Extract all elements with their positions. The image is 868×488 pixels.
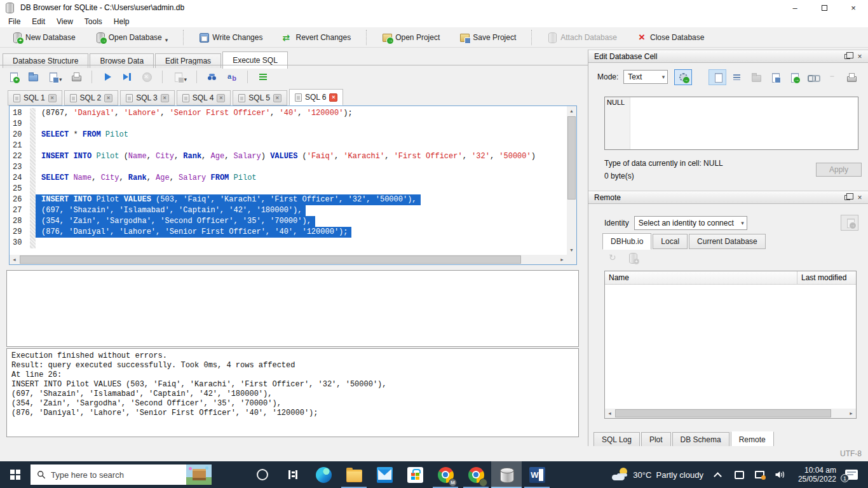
sql-tab-sql-4[interactable]: SQL 4×	[177, 90, 231, 105]
scroll-right-icon[interactable]: ►	[846, 409, 856, 418]
horizontal-scroll-thumb[interactable]	[20, 255, 521, 264]
column-last-modified[interactable]: Last modified	[797, 271, 850, 284]
close-tab-icon[interactable]: ×	[161, 94, 169, 102]
display-notification-icon[interactable]	[752, 471, 768, 478]
search-highlight-image[interactable]	[186, 464, 212, 485]
execute-current-line-button[interactable]	[121, 71, 133, 83]
editor-line[interactable]: 30	[10, 238, 566, 248]
weather-icon[interactable]	[611, 467, 629, 482]
vertical-scroll-thumb[interactable]	[567, 116, 576, 200]
editor-line[interactable]: 24SELECT Name, City, Rank, Age, Salary F…	[10, 173, 566, 184]
dock-tab-sql-log[interactable]: SQL Log	[593, 432, 640, 447]
sql-tab-sql-3[interactable]: SQL 3×	[120, 90, 175, 105]
start-button[interactable]	[0, 461, 31, 488]
identity-select[interactable]: Select an identity to connect▾	[634, 216, 747, 230]
editor-line[interactable]: 28(354, 'Zain', 'Sargodha', 'Second Offi…	[10, 216, 566, 227]
sql-tab-sql-2[interactable]: SQL 2×	[64, 90, 119, 105]
menu-view[interactable]: View	[51, 16, 79, 27]
replace-button[interactable]	[226, 71, 238, 83]
sql-editor-lines[interactable]: 18(8767, 'Daniyal', 'Lahore', 'Senior Fi…	[10, 107, 566, 254]
save-sql-file-button[interactable]: ▾	[47, 71, 62, 83]
editor-line[interactable]: 21	[10, 140, 566, 151]
save-as-button[interactable]	[766, 69, 783, 85]
write-changes-button[interactable]: Write Changes	[194, 30, 266, 45]
menu-tools[interactable]: Tools	[79, 16, 108, 27]
remote-tab-local[interactable]: Local	[653, 234, 688, 249]
push-database-button[interactable]	[841, 215, 858, 231]
execute-sql-button[interactable]	[102, 71, 113, 83]
open-sql-file-button[interactable]	[27, 71, 39, 83]
link-cell-button[interactable]	[804, 69, 822, 85]
close-tab-icon[interactable]: ×	[104, 94, 112, 102]
menu-file[interactable]: File	[3, 16, 26, 27]
editor-line[interactable]: 23	[10, 162, 566, 173]
cell-editor[interactable]: NULL	[604, 97, 858, 150]
new-database-button[interactable]: New Database	[8, 30, 79, 45]
column-name[interactable]: Name	[605, 271, 797, 284]
editor-line[interactable]: 27(697, 'Shazain', 'Islamabad', 'Captain…	[10, 205, 566, 216]
scroll-down-icon[interactable]: ▼	[567, 245, 576, 255]
word-taskbar-button[interactable]	[522, 461, 552, 488]
cortana-button[interactable]	[247, 461, 278, 488]
tablet-mode-icon[interactable]	[731, 471, 748, 479]
weather-text[interactable]: 30°C Partly cloudy	[633, 470, 703, 480]
scroll-left-icon[interactable]: ◄	[605, 409, 614, 418]
dock-tab-db-schema[interactable]: DB Schema	[672, 432, 729, 447]
remote-file-table[interactable]: Name Last modified ◄ ►	[604, 271, 857, 419]
open-database-button[interactable]: Open Database▾	[91, 30, 172, 45]
table-horizontal-scrollbar[interactable]: ◄ ►	[605, 409, 856, 418]
remote-tab-current-database[interactable]: Current Database	[689, 234, 766, 249]
dropdown-caret[interactable]: ▾	[165, 37, 168, 43]
float-panel-icon[interactable]	[842, 193, 852, 202]
close-database-button[interactable]: Close Database	[632, 30, 708, 45]
dropdown-caret[interactable]: ▾	[184, 76, 187, 83]
dock-tab-plot[interactable]: Plot	[641, 432, 671, 447]
tab-database-structure[interactable]: Database Structure	[3, 53, 88, 68]
editor-line[interactable]: 25	[10, 184, 566, 194]
chrome-profile-1-taskbar-button[interactable]: M	[430, 461, 461, 488]
editor-line[interactable]: 26INSERT INTO Pilot VALUES (503, 'Faiq',…	[10, 194, 566, 205]
word-wrap-button[interactable]	[728, 69, 745, 85]
editor-horizontal-scrollbar[interactable]: ◄ ►	[10, 255, 567, 264]
editor-line[interactable]: 19	[10, 119, 566, 130]
apply-gear-button[interactable]	[674, 69, 692, 85]
task-view-button[interactable]	[278, 461, 308, 488]
new-sql-tab-button[interactable]	[8, 71, 19, 83]
close-tab-icon[interactable]: ×	[273, 94, 281, 102]
export-cell-button[interactable]	[785, 69, 803, 85]
file-explorer-taskbar-button[interactable]	[339, 461, 369, 488]
print-cell-button[interactable]	[842, 69, 860, 85]
dropdown-caret[interactable]: ▾	[59, 76, 62, 83]
editor-line[interactable]: 29(876, 'Daniyal', 'Lahore', 'Senior Fir…	[10, 227, 566, 238]
minimize-button[interactable]: –	[780, 0, 810, 15]
mode-select[interactable]: Text▾	[623, 70, 668, 84]
chrome-profile-2-taskbar-button[interactable]	[461, 461, 491, 488]
remote-tab-dbhub-io[interactable]: DBHub.io	[602, 233, 651, 250]
sql-tab-sql-1[interactable]: SQL 1×	[8, 90, 62, 105]
float-panel-icon[interactable]	[842, 52, 852, 61]
close-tab-icon[interactable]: ×	[329, 93, 337, 102]
open-project-button[interactable]: Open Project	[377, 30, 444, 45]
tab-edit-pragmas[interactable]: Edit Pragmas	[155, 53, 221, 68]
search-box[interactable]	[31, 464, 212, 485]
clock[interactable]: 10:04 am 25/05/2022	[798, 466, 836, 484]
close-panel-icon[interactable]: ×	[855, 193, 865, 202]
find-button[interactable]	[207, 71, 218, 83]
close-panel-icon[interactable]: ×	[855, 52, 865, 61]
scroll-left-icon[interactable]: ◄	[10, 255, 19, 264]
save-project-button[interactable]: Save Project	[455, 30, 520, 45]
results-pane[interactable]	[6, 270, 579, 347]
store-taskbar-button[interactable]	[400, 461, 430, 488]
tray-expand-icon[interactable]	[714, 472, 722, 480]
action-center-icon[interactable]: 1	[845, 470, 858, 480]
scroll-right-icon[interactable]: ►	[557, 255, 567, 264]
close-tab-icon[interactable]: ×	[217, 94, 225, 102]
horizontal-scroll-thumb[interactable]	[615, 409, 831, 417]
tab-execute-sql[interactable]: Execute SQL	[222, 51, 288, 69]
editor-line[interactable]: 18(8767, 'Daniyal', 'Lahore', 'Senior Fi…	[10, 108, 566, 119]
search-input[interactable]	[46, 470, 186, 480]
db-browser-taskbar-button[interactable]	[491, 461, 522, 488]
mail-taskbar-button[interactable]	[369, 461, 400, 488]
revert-changes-button[interactable]: Revert Changes	[278, 30, 355, 45]
menu-edit[interactable]: Edit	[26, 16, 51, 27]
